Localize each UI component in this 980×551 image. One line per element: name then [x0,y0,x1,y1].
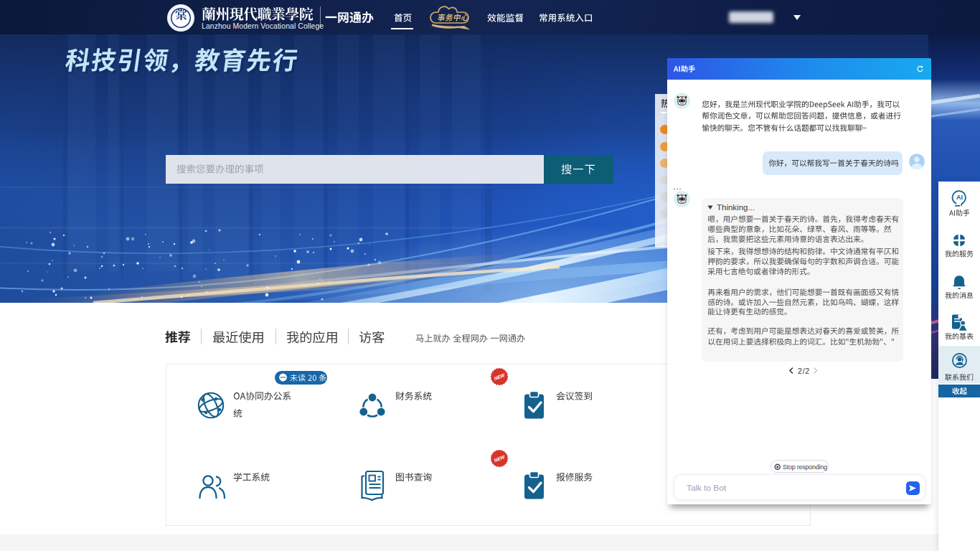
svg-text:AI: AI [956,194,963,201]
